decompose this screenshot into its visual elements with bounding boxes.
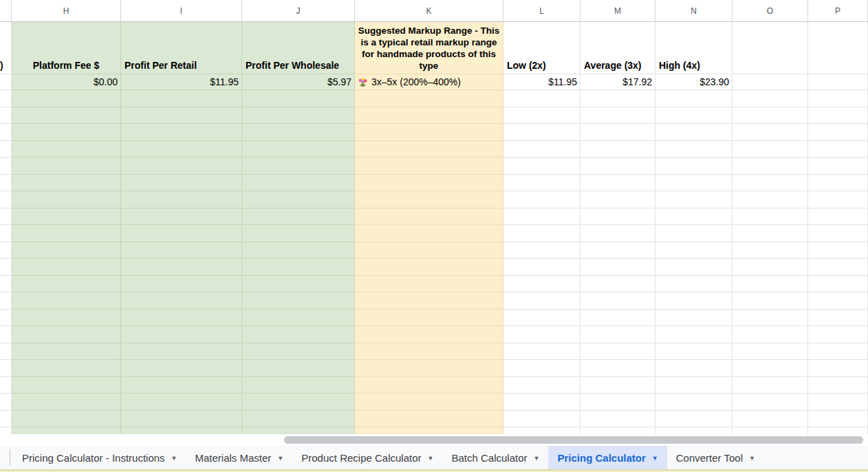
- empty-cell[interactable]: [121, 310, 242, 327]
- empty-cell[interactable]: [808, 326, 868, 343]
- empty-cell[interactable]: [12, 90, 121, 107]
- empty-cell[interactable]: [581, 394, 655, 411]
- empty-cell[interactable]: [121, 292, 242, 310]
- empty-cell[interactable]: [733, 326, 808, 343]
- empty-cell[interactable]: [242, 343, 355, 361]
- empty-cell[interactable]: [121, 208, 242, 226]
- empty-cell[interactable]: [808, 411, 868, 428]
- empty-cell[interactable]: [121, 141, 242, 158]
- empty-cell[interactable]: [242, 208, 355, 226]
- empty-cell[interactable]: [655, 225, 733, 242]
- cell-low-header[interactable]: Low (2x): [503, 22, 581, 74]
- empty-cell[interactable]: [733, 191, 808, 208]
- empty-cell[interactable]: [355, 141, 503, 158]
- empty-cell[interactable]: [121, 377, 242, 394]
- empty-cell[interactable]: [12, 394, 121, 411]
- empty-cell[interactable]: [808, 276, 868, 293]
- empty-cell[interactable]: [242, 326, 355, 343]
- empty-cell[interactable]: [121, 343, 242, 361]
- column-header-O[interactable]: O: [733, 0, 808, 21]
- empty-cell[interactable]: [503, 427, 581, 434]
- empty-cell[interactable]: [12, 259, 121, 276]
- empty-cell[interactable]: [808, 124, 868, 141]
- empty-cell[interactable]: [0, 242, 12, 259]
- cell-low-value[interactable]: $11.95: [503, 74, 581, 90]
- empty-cell[interactable]: [355, 377, 503, 394]
- empty-cell[interactable]: [0, 107, 12, 125]
- tab-dropdown-icon[interactable]: ▼: [277, 455, 283, 462]
- tab-dropdown-icon[interactable]: ▼: [534, 455, 540, 462]
- empty-cell[interactable]: [808, 74, 868, 90]
- cell-average-header[interactable]: Average (3x): [581, 22, 655, 74]
- tab-dropdown-icon[interactable]: ▼: [749, 455, 755, 462]
- empty-cell[interactable]: [733, 394, 808, 411]
- empty-cell[interactable]: [0, 74, 12, 90]
- empty-cell[interactable]: [808, 107, 868, 125]
- empty-cell[interactable]: [808, 427, 868, 434]
- empty-cell[interactable]: [355, 107, 503, 125]
- empty-cell[interactable]: [12, 292, 121, 310]
- cell-profit-per-wholesale-header[interactable]: Profit Per Wholesale: [242, 22, 355, 74]
- empty-cell[interactable]: [808, 175, 868, 192]
- empty-cell[interactable]: [733, 276, 808, 293]
- tab-pricing-calculator-instructions[interactable]: Pricing Calculator - Instructions ▼: [13, 446, 186, 469]
- empty-cell[interactable]: [655, 107, 733, 125]
- empty-cell[interactable]: [581, 360, 655, 377]
- empty-cell[interactable]: [503, 292, 581, 310]
- empty-cell[interactable]: [581, 427, 655, 434]
- cell-average-value[interactable]: $17.92: [581, 74, 655, 90]
- tab-pricing-calculator[interactable]: Pricing Calculator ▼: [548, 446, 666, 469]
- column-header-L[interactable]: L: [503, 0, 581, 21]
- empty-cell[interactable]: [503, 107, 581, 125]
- empty-cell[interactable]: [655, 208, 733, 226]
- empty-cell[interactable]: [12, 175, 121, 192]
- empty-cell[interactable]: [655, 242, 733, 259]
- empty-cell[interactable]: [808, 141, 868, 158]
- empty-cell[interactable]: [655, 326, 733, 343]
- empty-cell[interactable]: [655, 411, 733, 428]
- empty-cell[interactable]: [581, 259, 655, 276]
- cell-profit-per-wholesale-value[interactable]: $5.97: [242, 74, 355, 90]
- empty-cell[interactable]: [655, 124, 733, 141]
- empty-cell[interactable]: [0, 191, 12, 208]
- tab-dropdown-icon[interactable]: ▼: [428, 455, 434, 462]
- empty-cell[interactable]: [655, 360, 733, 377]
- empty-cell[interactable]: [242, 191, 355, 208]
- empty-cell[interactable]: [581, 292, 655, 310]
- empty-cell[interactable]: [733, 208, 808, 226]
- empty-cell[interactable]: [581, 225, 655, 242]
- empty-cell[interactable]: [242, 310, 355, 327]
- empty-cell[interactable]: [581, 310, 655, 327]
- empty-cell[interactable]: [355, 310, 503, 327]
- empty-cell[interactable]: [242, 107, 355, 125]
- empty-cell[interactable]: [581, 175, 655, 192]
- empty-cell[interactable]: [503, 276, 581, 293]
- empty-cell[interactable]: [12, 310, 121, 327]
- tab-converter-tool[interactable]: Converter Tool ▼: [667, 446, 764, 469]
- empty-cell[interactable]: [733, 90, 808, 107]
- empty-cell[interactable]: [503, 225, 581, 242]
- empty-cell[interactable]: [581, 326, 655, 343]
- empty-cell[interactable]: [733, 22, 808, 74]
- empty-cell[interactable]: [121, 90, 242, 107]
- empty-cell[interactable]: [808, 191, 868, 208]
- column-header-I[interactable]: I: [121, 0, 242, 21]
- empty-cell[interactable]: [12, 225, 121, 242]
- empty-cell[interactable]: [808, 158, 868, 175]
- empty-cell[interactable]: [733, 124, 808, 141]
- empty-cell[interactable]: [242, 90, 355, 107]
- empty-cell[interactable]: [355, 90, 503, 107]
- empty-cell[interactable]: [581, 107, 655, 125]
- empty-cell[interactable]: [733, 74, 808, 90]
- empty-cell[interactable]: [355, 225, 503, 242]
- empty-cell[interactable]: [503, 411, 581, 428]
- empty-cell[interactable]: [121, 107, 242, 125]
- empty-cell[interactable]: [12, 158, 121, 175]
- column-header-partial[interactable]: [0, 0, 12, 21]
- empty-cell[interactable]: [0, 326, 12, 343]
- empty-cell[interactable]: [12, 107, 121, 125]
- empty-cell[interactable]: [242, 411, 355, 428]
- empty-cell[interactable]: [242, 124, 355, 141]
- empty-cell[interactable]: [242, 225, 355, 242]
- empty-cell[interactable]: [655, 394, 733, 411]
